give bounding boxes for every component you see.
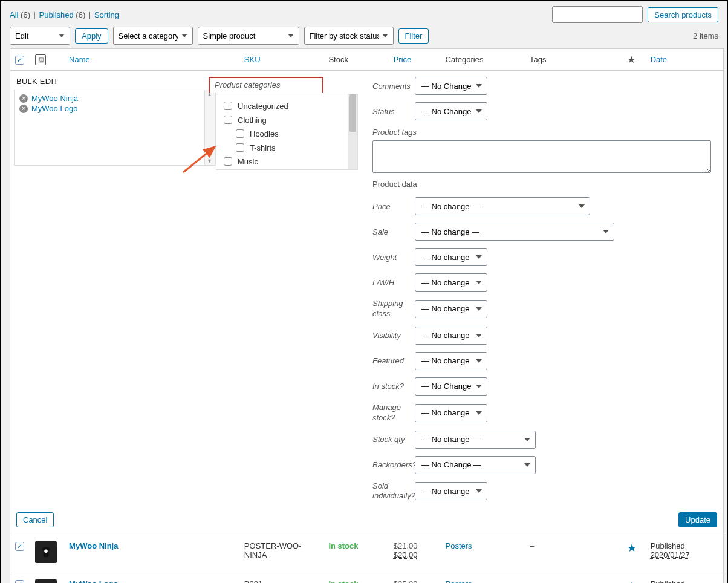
lbl-price: Price	[372, 202, 415, 211]
row-checkbox[interactable]: ✓	[15, 580, 24, 583]
product-thumbnail[interactable]	[35, 541, 57, 563]
select-all-checkbox[interactable]: ✓	[15, 56, 24, 65]
cat-label: Hoodies	[250, 129, 279, 138]
product-data-heading: Product data	[372, 180, 711, 189]
cat-checkbox[interactable]	[236, 129, 244, 138]
lbl-featured: Featured	[372, 356, 415, 365]
lbl-stock-qty: Stock qty	[372, 435, 415, 444]
all-count: (6)	[21, 10, 30, 19]
published-count: (6)	[76, 10, 85, 19]
category-link[interactable]: Posters	[446, 541, 472, 550]
category-checklist: Uncategorized Clothing Hoodies T-shirts …	[216, 94, 358, 170]
lbl-sold-indiv: Sold individually?	[372, 481, 415, 502]
stock-status: In stock	[328, 579, 358, 583]
col-sku[interactable]: SKU	[244, 55, 261, 64]
sel-instock[interactable]: — No Change —	[415, 377, 487, 396]
pub-date: 2020/01/27	[651, 550, 690, 559]
lbl-visibility: Visibility	[372, 331, 415, 340]
cat-label: T-shirts	[250, 143, 276, 152]
col-tags: Tags	[525, 49, 622, 71]
stock-status-select[interactable]: Filter by stock status	[304, 27, 394, 45]
col-date[interactable]: Date	[651, 55, 667, 64]
row-checkbox[interactable]: ✓	[15, 542, 24, 551]
lbl-manage-stock: Manage stock?	[372, 403, 415, 423]
lbl-lwh: L/W/H	[372, 278, 415, 287]
lbl-backorders: Backorders?	[372, 460, 415, 469]
update-button[interactable]: Update	[678, 512, 717, 527]
col-stock: Stock	[323, 49, 388, 71]
cat-checkbox[interactable]	[224, 116, 232, 124]
sel-sale[interactable]: — No change —	[415, 223, 614, 241]
sel-comments[interactable]: — No Change —	[415, 77, 487, 95]
product-thumbnail[interactable]	[35, 579, 57, 583]
bulk-item: MyWoo Ninja	[31, 94, 78, 103]
col-price[interactable]: Price	[394, 55, 412, 64]
filter-sorting[interactable]: Sorting	[94, 10, 119, 19]
old-price: $21.00	[394, 541, 418, 550]
sel-status[interactable]: — No Change —	[415, 102, 487, 120]
bulk-edit-title: BULK EDIT	[16, 77, 216, 86]
sel-weight[interactable]: — No change —	[415, 248, 487, 266]
view-filters: All (6) | Published (6) | Sorting	[10, 10, 119, 19]
search-input[interactable]	[552, 6, 643, 23]
cancel-button[interactable]: Cancel	[16, 512, 54, 527]
sel-visibility[interactable]: — No change —	[415, 327, 487, 345]
product-type-select[interactable]: Simple product	[198, 27, 299, 45]
tags-cell: –	[525, 573, 622, 583]
sel-lwh[interactable]: — No change —	[415, 273, 487, 292]
stock-status: In stock	[328, 541, 358, 550]
search-products-button[interactable]: Search products	[648, 7, 718, 22]
sel-featured[interactable]: — No change —	[415, 352, 487, 370]
featured-star-icon[interactable]: ★	[627, 542, 637, 554]
lbl-comments: Comments	[372, 82, 415, 91]
lbl-product-tags: Product tags	[372, 128, 711, 137]
svg-point-1	[45, 550, 48, 553]
svg-line-0	[183, 147, 215, 172]
bulk-action-select[interactable]: Edit	[10, 27, 70, 45]
cat-label: Uncategorized	[238, 102, 288, 111]
remove-item-icon[interactable]: ✕	[19, 105, 28, 113]
category-link[interactable]: Posters	[446, 579, 472, 583]
cat-label: Music	[238, 157, 258, 166]
lbl-instock: In stock?	[372, 382, 415, 391]
new-price: $20.00	[394, 550, 418, 559]
sel-manage-stock[interactable]: — No change —	[415, 404, 487, 422]
cat-label: Clothing	[238, 116, 267, 125]
product-tags-textarea[interactable]	[372, 140, 711, 173]
annotation-arrow-icon	[181, 142, 229, 178]
lbl-weight: Weight	[372, 253, 415, 262]
product-name-link[interactable]: MyWoo Logo	[69, 579, 118, 583]
sel-stock-qty[interactable]: — No change —	[415, 431, 536, 449]
sku-cell: B201	[239, 573, 324, 583]
col-name[interactable]: Name	[69, 55, 90, 64]
lbl-sale: Sale	[372, 227, 415, 236]
remove-item-icon[interactable]: ✕	[19, 94, 28, 103]
col-categories: Categories	[441, 49, 525, 71]
product-name-link[interactable]: MyWoo Ninja	[69, 541, 118, 550]
sel-price[interactable]: — No change —	[415, 197, 590, 215]
cat-checkbox[interactable]	[236, 143, 244, 152]
pub-status: Published	[651, 579, 685, 583]
featured-column-icon: ★	[627, 54, 635, 65]
category-select[interactable]: Select a category	[113, 27, 193, 45]
old-price: $25.00	[394, 579, 418, 583]
apply-button[interactable]: Apply	[75, 28, 108, 44]
image-column-icon: ▨	[35, 54, 46, 65]
featured-star-icon[interactable]: ★	[627, 580, 637, 583]
sel-backorders[interactable]: — No Change —	[415, 456, 536, 474]
product-categories-label: Product categories	[209, 77, 323, 93]
sel-sold-indiv[interactable]: — No change —	[415, 482, 487, 500]
items-count-top: 2 items	[693, 31, 718, 41]
bulk-item: MyWoo Logo	[31, 104, 77, 113]
sel-shipping[interactable]: — No change —	[415, 300, 487, 318]
cat-checkbox[interactable]	[224, 102, 232, 110]
sku-cell: POSTER-WOO-NINJA	[239, 535, 324, 573]
filter-published[interactable]: Published	[39, 10, 74, 19]
tags-cell: –	[525, 535, 622, 573]
lbl-shipping: Shipping class	[372, 299, 415, 319]
pub-status: Published	[651, 541, 685, 550]
lbl-status: Status	[372, 107, 415, 116]
scrollbar[interactable]	[348, 94, 357, 169]
filter-all[interactable]: All	[10, 10, 18, 19]
filter-button[interactable]: Filter	[398, 28, 429, 44]
